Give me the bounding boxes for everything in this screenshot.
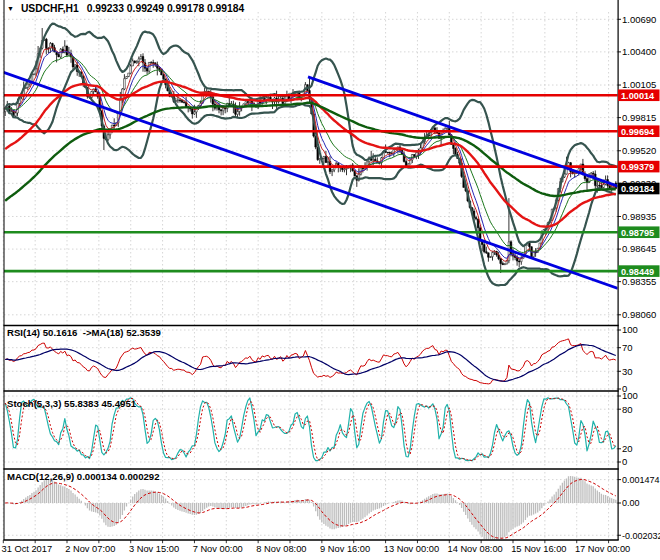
price-tick-label: 1.00690	[622, 14, 656, 25]
price-tick-label: 0.98060	[622, 309, 656, 320]
price-badge-0.98795: 0.98795	[621, 228, 654, 238]
time-axis-label: 2 Nov 07:00	[65, 544, 115, 554]
price-badge-0.99694: 0.99694	[621, 127, 655, 137]
symbol-timeframe-label: USDCHF,H1	[21, 3, 79, 14]
candles-bearish	[9, 39, 617, 264]
price-tick-label: 0.99520	[622, 145, 656, 156]
price-tick-label: 1.00400	[622, 46, 656, 57]
price-tick-label: 0.99815	[622, 112, 656, 123]
rsi-tick-label: 100	[622, 324, 638, 335]
macd-tick-label: -0.002032	[622, 531, 660, 541]
mt4-chart-window: 1.006901.004001.001050.998150.995200.992…	[0, 0, 660, 560]
chart-dropdown-icon[interactable]: ▼	[7, 5, 14, 12]
rsi-panel-label: RSI(14) 50.1616 ->MA(18) 52.3539	[7, 327, 161, 338]
time-axis-label: 15 Nov 16:00	[511, 544, 566, 554]
rsi-tick-label: 70	[622, 342, 633, 353]
price-badge-1.00014: 1.00014	[621, 91, 655, 101]
price-tick-label: 0.98645	[622, 243, 656, 254]
panel-separator-4	[4, 539, 619, 541]
time-axis-label: 13 Nov 00:00	[384, 544, 439, 554]
macd-tick-label: 0.001474	[622, 475, 660, 485]
stoch-tick-label: 100	[622, 390, 638, 401]
chart-header: ▼ USDCHF,H1 0.99233 0.99249 0.99178 0.99…	[7, 2, 244, 14]
time-axis-label: 7 Nov 00:00	[193, 544, 243, 554]
time-axis-label: 3 Nov 15:00	[129, 544, 179, 554]
price-badge-0.99379: 0.99379	[621, 162, 654, 172]
price-tick-label: 1.00105	[622, 79, 656, 90]
stochastic-panel-label: Stoch(5,3,3) 55.8383 45.4951	[7, 398, 136, 409]
ohlc-readout: 0.99233 0.99249 0.99178 0.99184	[87, 3, 244, 14]
macd-histogram	[5, 476, 616, 542]
macd-signal-line	[5, 479, 616, 538]
time-axis-label: 17 Nov 00:00	[575, 544, 630, 554]
stoch-tick-label: 80	[622, 404, 633, 415]
time-axis-label: 9 Nov 16:00	[320, 544, 370, 554]
panel-separator-2	[4, 390, 619, 392]
price-badge-0.98449: 0.98449	[621, 267, 654, 277]
last-price-badge: 0.99184	[621, 184, 655, 194]
time-axis-label: 8 Nov 08:00	[256, 544, 306, 554]
rsi-line	[5, 339, 616, 384]
time-axis-label: 31 Oct 2017	[1, 544, 52, 554]
bollinger-upper-band	[5, 24, 616, 247]
macd-tick-label: 0.00	[622, 498, 640, 508]
macd-panel-label: MACD(12,26,9) 0.000134 0.000292	[7, 471, 160, 482]
stoch-tick-label: 0	[622, 456, 627, 467]
stoch-tick-label: 20	[622, 443, 633, 454]
price-tick-label: 0.98935	[622, 211, 656, 222]
price-tick-label: 0.98355	[622, 276, 656, 287]
plot-left-border	[4, 0, 5, 540]
rsi-tick-label: 30	[622, 366, 633, 377]
time-axis-label: 14 Nov 08:00	[447, 544, 502, 554]
panel-separator-3	[4, 468, 619, 470]
